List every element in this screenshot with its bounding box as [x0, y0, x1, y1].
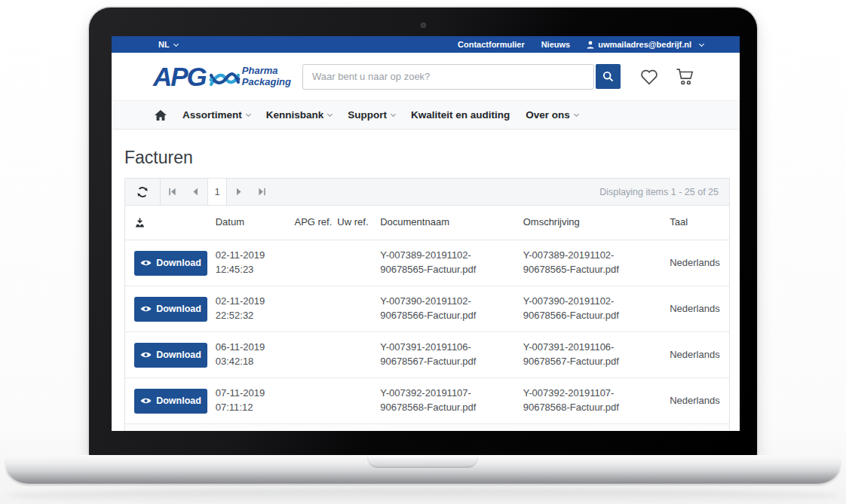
download-icon	[134, 218, 146, 228]
nieuws-link[interactable]: Nieuws	[541, 40, 571, 49]
download-button[interactable]: Download	[134, 343, 207, 368]
dna-icon	[209, 67, 241, 90]
cell-datum: 02-11-201912:45:23	[216, 249, 295, 277]
download-button[interactable]: Download	[134, 297, 207, 322]
user-email: uwmailadres@bedrijf.nl	[598, 40, 691, 49]
first-page-icon	[168, 188, 176, 196]
table-row: Download 07-11-201907:11:12 Y-007392-201…	[125, 378, 729, 424]
search-icon	[602, 71, 614, 82]
nav-label: Assortiment	[182, 109, 242, 121]
pagination-status: Displaying items 1 - 25 of 25	[599, 179, 729, 205]
download-button[interactable]: Download	[134, 389, 207, 414]
laptop-base	[6, 455, 840, 484]
chevron-down-icon	[391, 111, 396, 117]
laptop-lid-notch	[367, 455, 478, 468]
next-page-icon	[234, 188, 243, 196]
last-page-button[interactable]	[250, 179, 274, 205]
table-row: Download 02-11-201922:52:32 Y-007390-201…	[125, 286, 729, 332]
logo-tagline: Pharma Packaging	[242, 66, 291, 88]
last-page-icon	[258, 188, 266, 196]
header-icons	[639, 68, 696, 86]
heart-icon	[639, 68, 659, 86]
cart-button[interactable]	[676, 68, 696, 86]
eye-icon	[140, 259, 152, 267]
language-selector[interactable]: NL	[158, 40, 178, 49]
table-header-row: Datum APG ref. Uw ref. Documentnaam Omsc…	[125, 206, 729, 240]
webcam-dot	[421, 23, 426, 28]
table-row-partial	[125, 424, 729, 431]
table-row: Download 06-11-201903:42:18 Y-007391-201…	[125, 332, 729, 378]
first-page-button[interactable]	[161, 179, 184, 205]
nav-item-over-ons[interactable]: Over ons	[526, 109, 578, 121]
nav-item-kennisbank[interactable]: Kennisbank	[266, 109, 333, 121]
nav-item-kwaliteit-en-auditing[interactable]: Kwaliteit en auditing	[411, 109, 510, 121]
download-column-header[interactable]	[125, 218, 216, 228]
download-button[interactable]: Download	[134, 251, 207, 276]
nav-label: Kwaliteit en auditing	[411, 109, 510, 121]
refresh-button[interactable]	[125, 179, 161, 205]
page-content: Facturen	[112, 130, 740, 431]
chevron-down-icon	[327, 111, 333, 117]
nav-label: Support	[348, 109, 387, 121]
cell-documentnaam: Y-007391-20191106-90678567-Factuur.pdf	[380, 341, 523, 369]
page-number-input[interactable]: 1	[207, 179, 227, 205]
table-row: Download 02-11-201912:45:23 Y-007389-201…	[125, 240, 729, 286]
column-header-taal[interactable]: Taal	[670, 215, 729, 230]
wishlist-button[interactable]	[639, 68, 659, 86]
chevron-down-icon	[173, 41, 179, 46]
cell-documentnaam: Y-007392-20191107-90678568-Factuur.pdf	[380, 386, 523, 415]
contactformulier-link[interactable]: Contactformulier	[458, 40, 525, 49]
cell-omschrijving: Y-007389-20191102-90678565-Factuur.pdf	[523, 249, 670, 277]
cell-documentnaam: Y-007390-20191102-90678566-Factuur.pdf	[380, 295, 523, 323]
cell-datum: 07-11-201907:11:12	[216, 386, 295, 415]
site-header: APG Pharma Packaging	[112, 53, 740, 100]
search-button[interactable]	[596, 64, 621, 89]
logo-tagline-line2: Packaging	[242, 77, 291, 88]
top-utility-bar: NL Contactformulier Nieuws uwmailadres@b…	[112, 36, 740, 53]
download-label: Download	[156, 304, 201, 314]
previous-page-button[interactable]	[184, 179, 207, 205]
eye-icon	[140, 305, 152, 313]
browser-viewport: NL Contactformulier Nieuws uwmailadres@b…	[112, 36, 740, 431]
cell-documentnaam: Y-007389-20191102-90678565-Factuur.pdf	[380, 249, 523, 277]
next-page-button[interactable]	[227, 179, 250, 205]
previous-page-icon	[192, 188, 200, 196]
nav-item-assortiment[interactable]: Assortiment	[182, 109, 250, 121]
search-bar	[302, 64, 621, 90]
logo-wordmark: APG	[153, 63, 206, 90]
cart-icon	[676, 68, 696, 86]
eye-icon	[140, 397, 152, 405]
laptop-mockup: NL Contactformulier Nieuws uwmailadres@b…	[0, 0, 846, 504]
search-input[interactable]	[302, 64, 594, 90]
main-navigation: Assortiment Kennisbank Support Kwaliteit…	[112, 100, 740, 130]
apg-logo[interactable]: APG Pharma Packaging	[153, 63, 302, 90]
column-header-documentnaam[interactable]: Documentnaam	[380, 215, 523, 230]
cell-taal: Nederlands	[670, 394, 729, 408]
cell-taal: Nederlands	[670, 302, 729, 316]
nav-label: Kennisbank	[266, 109, 324, 121]
download-label: Download	[156, 396, 201, 406]
logo-tagline-line1: Pharma	[242, 66, 291, 77]
language-label: NL	[158, 40, 170, 49]
column-header-datum[interactable]: Datum	[216, 215, 295, 230]
column-header-apg-ref[interactable]: APG ref.	[294, 215, 337, 230]
topbar-links: Contactformulier Nieuws uwmailadres@bedr…	[458, 40, 703, 49]
cell-datum: 06-11-201903:42:18	[216, 341, 295, 369]
laptop-screen-bezel: NL Contactformulier Nieuws uwmailadres@b…	[89, 8, 757, 456]
user-icon	[587, 41, 594, 49]
download-label: Download	[156, 350, 201, 360]
page-title: Facturen	[124, 148, 730, 168]
column-header-omschrijving[interactable]: Omschrijving	[523, 215, 670, 230]
eye-icon	[140, 351, 152, 359]
cell-taal: Nederlands	[670, 256, 729, 270]
nav-label: Over ons	[526, 109, 570, 121]
cell-taal: Nederlands	[670, 348, 729, 362]
home-icon	[155, 110, 167, 121]
cell-datum: 02-11-201922:52:32	[216, 295, 295, 323]
user-account-menu[interactable]: uwmailadres@bedrijf.nl	[587, 40, 703, 49]
nav-home[interactable]	[155, 110, 167, 121]
download-label: Download	[156, 258, 201, 268]
chevron-down-icon	[574, 111, 579, 117]
column-header-uw-ref[interactable]: Uw ref.	[337, 215, 380, 230]
nav-item-support[interactable]: Support	[348, 109, 395, 121]
